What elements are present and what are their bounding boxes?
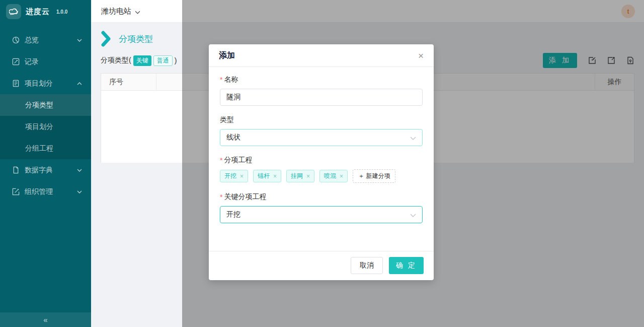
subitems-label: * 分项工程	[220, 156, 423, 165]
dialog-header: 添加 ×	[209, 44, 434, 67]
subitem-tag: 锚杆 ×	[253, 170, 281, 182]
sidebar-item-label: 记录	[25, 57, 39, 67]
sidebar-subitem-label: 分组工程	[25, 144, 53, 153]
remove-tag-icon[interactable]: ×	[340, 173, 343, 180]
chevron-down-icon	[77, 169, 82, 172]
record-icon	[12, 58, 20, 66]
key-subitem-label: * 关键分项工程	[220, 192, 423, 202]
chevron-down-icon	[410, 211, 416, 219]
app-logo: 进度云 1.0.0	[0, 0, 91, 23]
cancel-button[interactable]: 取消	[351, 257, 383, 274]
sidebar-item-data-dictionary[interactable]: 数据字典	[0, 159, 91, 181]
sidebar-item-project-division[interactable]: 项目划分	[0, 73, 91, 94]
normal-badge: 普通	[153, 55, 173, 66]
app-title: 进度云	[26, 7, 50, 17]
spacer	[220, 233, 423, 250]
remove-tag-icon[interactable]: ×	[240, 173, 244, 180]
sidebar-subitem-project-division[interactable]: 项目划分	[0, 116, 91, 138]
chevron-down-icon	[77, 190, 82, 193]
project-switcher[interactable]: 潍坊电站	[101, 7, 140, 16]
sidebar-item-label: 项目划分	[25, 79, 53, 88]
dictionary-icon	[12, 166, 20, 174]
chevron-down-icon	[77, 39, 82, 42]
confirm-button[interactable]: 确 定	[389, 257, 424, 274]
subtitle-prefix: 分项类型(	[101, 56, 131, 65]
table-subtitle: 分项类型( 关键 普通 )	[101, 55, 177, 66]
dialog-title: 添加	[219, 50, 235, 61]
cloud-logo-icon	[6, 4, 21, 19]
sidebar-subitem-subitem-type[interactable]: 分项类型	[0, 94, 91, 116]
collapse-icon: «	[43, 315, 47, 324]
sidebar-menu: 总览 记录 项目划分	[0, 29, 91, 203]
subitem-tags-row: 开挖 × 锚杆 × 挂网 × 喷混 × ＋ 新建分项	[220, 169, 423, 183]
project-name: 潍坊电站	[101, 7, 131, 16]
chevron-down-icon	[410, 134, 416, 142]
dialog-footer: 取消 确 定	[209, 251, 434, 280]
key-badge: 关键	[133, 55, 151, 66]
sidebar-item-label: 组织管理	[25, 187, 53, 197]
subitems-field: * 分项工程 开挖 × 锚杆 × 挂网 × 喷混 ×	[220, 156, 423, 183]
new-subitem-button[interactable]: ＋ 新建分项	[353, 169, 395, 183]
sidebar-subitem-label: 项目划分	[25, 122, 53, 132]
name-field: * 名称	[220, 75, 423, 106]
dialog-body: * 名称 类型 线状 * 分项工程 开挖	[209, 67, 434, 251]
required-mark: *	[220, 76, 222, 84]
subitem-tag: 挂网 ×	[286, 170, 314, 182]
sidebar-item-label: 总览	[25, 36, 39, 45]
sidebar-subitem-group-project[interactable]: 分组工程	[0, 138, 91, 159]
add-dialog: 添加 × * 名称 类型 线状 * 分项工程	[209, 44, 434, 280]
sidebar-item-records[interactable]: 记录	[0, 51, 91, 73]
sidebar-item-overview[interactable]: 总览	[0, 29, 91, 51]
organization-icon	[12, 188, 20, 195]
type-label: 类型	[220, 115, 423, 124]
close-icon[interactable]: ×	[418, 51, 424, 60]
sidebar-subitem-label: 分项类型	[25, 101, 53, 110]
subtitle-suffix: )	[175, 56, 177, 64]
app-version: 1.0.0	[56, 9, 67, 15]
name-input[interactable]	[220, 89, 423, 106]
project-division-submenu: 分项类型 项目划分 分组工程	[0, 94, 91, 159]
required-mark: *	[220, 193, 222, 201]
sidebar-item-label: 数据字典	[25, 166, 53, 175]
column-header-seq: 序号	[101, 74, 156, 90]
subitem-tag: 喷混 ×	[319, 170, 348, 182]
key-subitem-select[interactable]: 开挖	[220, 206, 423, 223]
subitem-tag: 开挖 ×	[220, 170, 248, 182]
chevron-up-icon	[77, 82, 82, 85]
project-icon	[12, 80, 20, 87]
required-mark: *	[220, 156, 222, 164]
type-select-value: 线状	[226, 133, 240, 142]
sidebar: 进度云 1.0.0 总览 记录	[0, 0, 91, 327]
title-arrow-icon	[101, 31, 112, 47]
chevron-down-icon	[135, 7, 140, 16]
page-title: 分项类型	[119, 33, 153, 45]
remove-tag-icon[interactable]: ×	[273, 173, 277, 180]
key-subitem-field: * 关键分项工程 开挖	[220, 192, 423, 223]
dashboard-icon	[12, 36, 20, 44]
type-field: 类型 线状	[220, 115, 423, 146]
sidebar-collapse-button[interactable]: «	[0, 312, 91, 327]
sidebar-item-organization-management[interactable]: 组织管理	[0, 181, 91, 203]
name-label: * 名称	[220, 75, 423, 84]
type-select[interactable]: 线状	[220, 129, 423, 146]
key-subitem-select-value: 开挖	[226, 210, 240, 219]
remove-tag-icon[interactable]: ×	[306, 173, 310, 180]
